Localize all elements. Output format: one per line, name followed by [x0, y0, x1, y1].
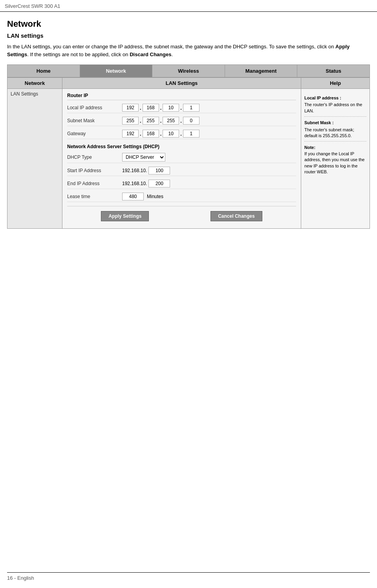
end-ip-prefix: 192.168.10. — [122, 181, 147, 186]
help-note-text: If you change the Local IP address, then… — [304, 151, 366, 175]
description: In the LAN settings, you can enter or ch… — [7, 43, 370, 58]
lease-time-row: Lease time Minutes — [67, 191, 296, 202]
dhcp-type-fields: DHCP Server DHCP Client Disabled — [122, 153, 165, 162]
page-title: Network — [7, 19, 370, 29]
main-content: Network LAN settings In the LAN settings… — [0, 12, 377, 244]
local-ip-octet1[interactable] — [122, 104, 139, 112]
local-ip-fields: . . . — [122, 104, 199, 112]
help-divider-1 — [304, 116, 366, 117]
cancel-changes-button[interactable]: Cancel Changes — [210, 211, 262, 221]
dhcp-type-row: DHCP Type DHCP Server DHCP Client Disabl… — [67, 152, 296, 163]
dot1: . — [139, 105, 142, 111]
sidebar: Network LAN Settings — [7, 78, 62, 229]
minutes-label: Minutes — [147, 194, 163, 199]
start-ip-prefix: 192.168.10. — [122, 168, 147, 173]
sidebar-header: Network — [7, 78, 62, 89]
lease-time-label: Lease time — [67, 194, 122, 199]
start-ip-last-octet[interactable] — [148, 167, 170, 175]
local-ip-octet3[interactable] — [163, 104, 179, 112]
discard-changes-inline: Discard Changes — [130, 51, 171, 57]
gateway-octet4[interactable] — [183, 130, 199, 138]
help-panel: Help Local IP address : The router's IP … — [301, 78, 370, 229]
local-ip-octet4[interactable] — [183, 104, 199, 112]
local-ip-row: Local IP address . . . — [67, 103, 296, 113]
lease-time-input[interactable] — [122, 193, 144, 200]
help-term-subnet: Subnet Mask : — [304, 120, 366, 126]
help-body: Local IP address : The router's IP addre… — [301, 89, 370, 178]
subnet-octet3[interactable] — [163, 117, 179, 125]
end-ip-label: End IP Address — [67, 181, 122, 186]
center-body: Router IP Local IP address . . . — [62, 89, 301, 228]
help-text-subnet: The router's subnet mask; default is 255… — [304, 127, 366, 139]
end-ip-row: End IP Address 192.168.10. — [67, 178, 296, 189]
gateway-label: Gateway — [67, 131, 122, 136]
app-title: SilverCrest SWR 300 A1 — [5, 3, 60, 9]
nav-wireless[interactable]: Wireless — [152, 65, 225, 77]
gateway-octet2[interactable] — [143, 130, 159, 138]
end-ip-fields: 192.168.10. — [122, 180, 170, 187]
nav-home[interactable]: Home — [7, 65, 80, 77]
gateway-octet3[interactable] — [163, 130, 179, 138]
dot3: . — [180, 105, 182, 111]
start-ip-row: Start IP Address 192.168.10. — [67, 165, 296, 176]
help-term-local-ip: Local IP address : — [304, 95, 366, 101]
subnet-mask-row: Subnet Mask . . . — [67, 116, 296, 126]
nav-bar: Home Network Wireless Management Status — [7, 64, 370, 77]
start-ip-label: Start IP Address — [67, 168, 122, 173]
nav-status[interactable]: Status — [297, 65, 370, 77]
local-ip-octet2[interactable] — [143, 104, 159, 112]
help-text-local-ip: The router's IP address on the LAN. — [304, 102, 366, 114]
dot2: . — [160, 105, 162, 111]
sidebar-item-lan-settings[interactable]: LAN Settings — [7, 89, 62, 99]
page-header: SilverCrest SWR 300 A1 — [0, 0, 377, 12]
subnet-octet1[interactable] — [122, 117, 139, 125]
local-ip-label: Local IP address — [67, 105, 122, 110]
dhcp-section-title: Network Address Server Settings (DHCP) — [67, 144, 296, 149]
footer-label: 16 - English — [7, 575, 34, 581]
apply-settings-button[interactable]: Apply Settings — [101, 211, 149, 221]
start-ip-fields: 192.168.10. — [122, 167, 170, 175]
section-title: LAN settings — [7, 32, 370, 39]
subnet-octet4[interactable] — [183, 117, 199, 125]
lease-time-fields: Minutes — [122, 193, 163, 200]
main-table: Network LAN Settings LAN Settings Router… — [7, 77, 370, 229]
gateway-octet1[interactable] — [122, 130, 139, 138]
nav-network[interactable]: Network — [80, 65, 153, 77]
dhcp-type-label: DHCP Type — [67, 154, 122, 160]
help-divider-2 — [304, 141, 366, 141]
center-header: LAN Settings — [62, 78, 301, 89]
nav-management[interactable]: Management — [225, 65, 298, 77]
help-header: Help — [301, 78, 370, 89]
gateway-fields: . . . — [122, 130, 199, 138]
subnet-octet2[interactable] — [143, 117, 159, 125]
end-ip-last-octet[interactable] — [148, 180, 170, 187]
subnet-mask-fields: . . . — [122, 117, 199, 125]
buttons-row: Apply Settings Cancel Changes — [67, 206, 296, 224]
center-panel: LAN Settings Router IP Local IP address … — [62, 78, 301, 229]
gateway-row: Gateway . . . — [67, 129, 296, 139]
help-note-title: Note: — [304, 145, 366, 151]
page-footer: 16 - English — [7, 572, 370, 581]
subnet-mask-label: Subnet Mask — [67, 118, 122, 123]
dhcp-type-select[interactable]: DHCP Server DHCP Client Disabled — [122, 153, 165, 162]
router-ip-header: Router IP — [67, 93, 296, 100]
